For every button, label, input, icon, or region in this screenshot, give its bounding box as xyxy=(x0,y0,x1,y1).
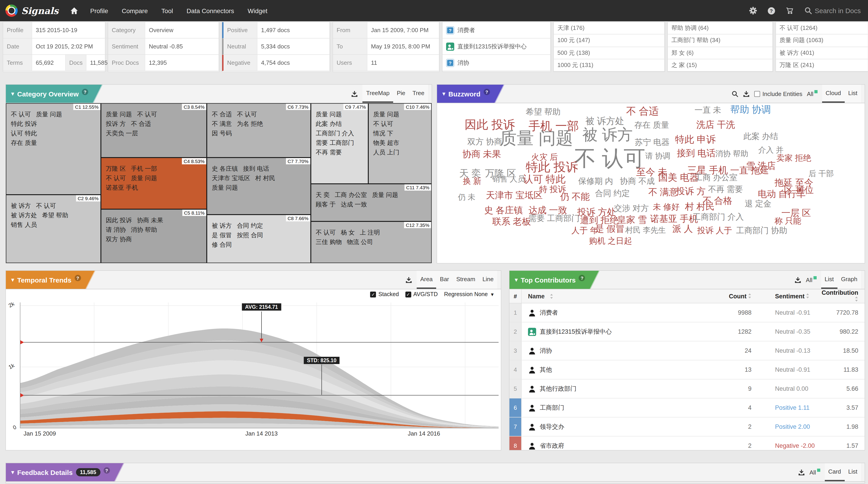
cloud-word[interactable]: 称 只能 xyxy=(775,217,801,225)
collapse-icon[interactable]: ▾ xyxy=(11,277,14,283)
column-header-name[interactable]: Name xyxy=(522,293,710,300)
panel-help-icon[interactable]: ? xyxy=(103,467,110,474)
cloud-word[interactable]: 协商 未果 xyxy=(462,149,501,159)
contributor-row[interactable]: 6工商部门4Positive 1.113.57 xyxy=(509,398,865,418)
collapse-icon[interactable]: ▾ xyxy=(11,469,14,475)
cloud-word[interactable]: 退 定金 xyxy=(745,200,771,208)
cloud-word[interactable]: 存在 质量 xyxy=(634,121,669,129)
cloud-word[interactable]: 一直 未 xyxy=(694,106,721,114)
cart-icon[interactable] xyxy=(786,7,794,15)
panel-help-icon[interactable]: ? xyxy=(75,275,81,281)
cloud-word[interactable]: 帮助 协调 xyxy=(730,105,771,114)
treemap-cell-c11[interactable]: C11 7.43%天 奕 工商 办公室 质量 问题顾客 于 达成 一致 xyxy=(311,184,432,221)
cloud-word[interactable]: 质量 问题 xyxy=(499,130,573,147)
cloud-word[interactable]: 村民 李先生 xyxy=(625,226,666,234)
treemap-cell-c9[interactable]: C9 7.47%质量 问题此案 办结工商部门 介入需要 工商部门不再 需要 xyxy=(311,103,368,184)
cloud-word[interactable]: 不 合适 xyxy=(626,106,659,116)
cloud-word[interactable]: 换 新 xyxy=(463,177,482,185)
all-filter[interactable]: All xyxy=(809,463,820,481)
cloud-word[interactable]: 需要 工商部门 xyxy=(528,214,580,222)
tab-list[interactable]: List xyxy=(845,463,861,481)
cloud-word[interactable]: 被 诉方处 xyxy=(585,116,624,125)
cloud-word[interactable]: 被 诉方 xyxy=(582,127,633,142)
docs-search-input[interactable]: Search in Docs xyxy=(804,7,861,15)
treemap-cell-c12[interactable]: C12 7.35%不 认可 杨 女 上 注明三佳 购物 物流 公司 xyxy=(311,221,432,263)
cloud-word[interactable]: 特此 投诉 xyxy=(526,161,578,173)
cloud-word[interactable]: 电动 自行车 xyxy=(758,189,806,198)
term-link[interactable]: 帮助 协调 (64) xyxy=(668,22,773,35)
tab-treemap[interactable]: TreeMap xyxy=(363,85,393,103)
term-link[interactable]: 工商部门 帮助 (34) xyxy=(668,35,773,47)
tab-pie[interactable]: Pie xyxy=(393,85,409,103)
treemap-cell-c6[interactable]: C6 7.73%不 合适 不 认可不 满意 为名 拒绝因 号码 xyxy=(207,103,311,158)
cloud-word[interactable]: 遭到 拒绝 xyxy=(580,216,619,225)
cloud-word[interactable]: 火灾 后 xyxy=(531,153,558,161)
panel-help-icon[interactable]: ? xyxy=(484,89,490,95)
cloud-word[interactable]: 未 修好 xyxy=(653,203,680,211)
treemap-cell-c7[interactable]: C7 7.70%史 各庄镇 接到 电话天津市 宝坻区 村 村民质量 问题 xyxy=(207,158,311,215)
help-icon[interactable]: ? xyxy=(768,7,775,14)
cloud-word[interactable]: 卖家 拒绝 xyxy=(776,154,811,162)
entity-item[interactable]: ?消协 xyxy=(442,55,551,71)
cloud-word[interactable]: 达成 一致 xyxy=(528,205,567,215)
term-link[interactable]: 郑 女 (6) xyxy=(668,47,773,59)
cloud-word[interactable]: 不 满意 xyxy=(648,188,678,197)
cloud-word[interactable]: 工商部门 协助 xyxy=(736,226,787,234)
cloud-word[interactable]: 一层 区 xyxy=(781,208,811,217)
cloud-word[interactable]: 请 协调 xyxy=(645,152,670,160)
term-count-item[interactable]: 1000 元 (131) xyxy=(554,59,664,72)
panel-help-icon[interactable]: ? xyxy=(579,275,585,281)
download-icon[interactable] xyxy=(798,469,805,476)
cloud-word[interactable]: 人于 年 xyxy=(571,226,598,234)
nav-item-profile[interactable]: Profile xyxy=(90,7,108,14)
avgstd-checkbox[interactable]: ✓ xyxy=(405,291,411,297)
tab-area[interactable]: Area xyxy=(417,271,436,289)
settings-gear-icon[interactable] xyxy=(749,7,757,15)
term-count-item[interactable]: 500 元 (138) xyxy=(554,47,664,59)
cloud-word[interactable]: 介入 并 xyxy=(758,146,783,154)
tab-stream[interactable]: Stream xyxy=(453,271,479,289)
entity-item[interactable]: ?消费者 xyxy=(442,22,551,38)
term-tag-item[interactable]: 不 认可 (1264) xyxy=(776,22,868,35)
term-tag-item[interactable]: 被 诉方 (401) xyxy=(776,47,868,59)
cloud-word[interactable]: 诺基亚 手机 xyxy=(650,214,698,223)
collapse-icon[interactable]: ▾ xyxy=(11,90,14,97)
cloud-word[interactable]: 村 村民 xyxy=(685,202,715,211)
cloud-word[interactable]: 皇家 雪 xyxy=(617,215,647,224)
term-count-item[interactable]: 100 元 (147) xyxy=(554,35,664,47)
cloud-word[interactable]: 是 假冒 xyxy=(595,224,625,233)
contributor-row[interactable]: 7领导交办2Positive 2.001.98 xyxy=(509,418,865,436)
treemap-cell-c8[interactable]: C8 7.66%被 诉方 合同 约定是 假冒 按照 合同修 合同 xyxy=(207,215,311,263)
contributor-row[interactable]: 1消费者9988Neutral -0.917720.78 xyxy=(509,303,865,322)
term-link[interactable]: 之 家 (15) xyxy=(668,59,773,72)
cloud-word[interactable]: 希望 帮助 xyxy=(526,108,561,116)
cloud-word[interactable]: 此案 办结 xyxy=(743,132,778,140)
all-filter[interactable]: All xyxy=(806,271,816,289)
cloud-word[interactable]: 联系 老板 xyxy=(492,217,531,226)
cloud-word[interactable]: 双方 协商 xyxy=(467,138,502,146)
cloud-word[interactable]: 洗店 干洗 xyxy=(696,120,735,129)
term-tag-item[interactable]: 质量 问题 (1063) xyxy=(776,35,868,47)
regression-dropdown[interactable]: Regression None▼ xyxy=(444,291,495,297)
column-header-rank[interactable]: # xyxy=(509,289,522,303)
tab-list[interactable]: List xyxy=(821,271,837,289)
cloud-word[interactable]: 派 人 xyxy=(672,224,693,233)
treemap-cell-c5[interactable]: C5 8.11%因此 投诉 协商 未果请 消协 消协 帮助双方 协商 xyxy=(101,209,207,263)
nav-item-widget[interactable]: Widget xyxy=(248,7,268,14)
treemap-cell-c10[interactable]: C10 7.46%质量 问题不 认可情况 下物美 超市人员 上门 xyxy=(368,103,432,184)
cloud-word[interactable]: 史 各庄镇 xyxy=(484,205,523,215)
cloud-word[interactable]: 协商 不成 xyxy=(620,177,655,185)
contributor-row[interactable]: 2直接到12315投诉举报中心1282Neutral -0.35980.22 xyxy=(509,322,865,341)
treemap-cell-c4[interactable]: C4 8.53%万隆 区 手机 一部不 认可 质量 问题诺基亚 手机 xyxy=(101,158,207,209)
tab-cloud[interactable]: Cloud xyxy=(822,85,845,103)
nav-item-compare[interactable]: Compare xyxy=(122,7,148,14)
column-header-count[interactable]: Count xyxy=(710,293,751,300)
download-icon[interactable] xyxy=(795,277,801,283)
cloud-word[interactable]: 工商部门 介入 xyxy=(693,213,744,221)
cloud-word[interactable]: 消协 帮助 xyxy=(715,150,748,158)
column-header-sentiment[interactable]: Sentiment xyxy=(763,293,821,300)
stacked-checkbox[interactable]: ✓ xyxy=(370,291,376,297)
entity-item[interactable]: 直接到12315投诉举报中心 xyxy=(442,38,551,55)
download-icon[interactable] xyxy=(743,90,750,97)
cloud-word[interactable]: 投诉 人于 xyxy=(697,226,732,234)
